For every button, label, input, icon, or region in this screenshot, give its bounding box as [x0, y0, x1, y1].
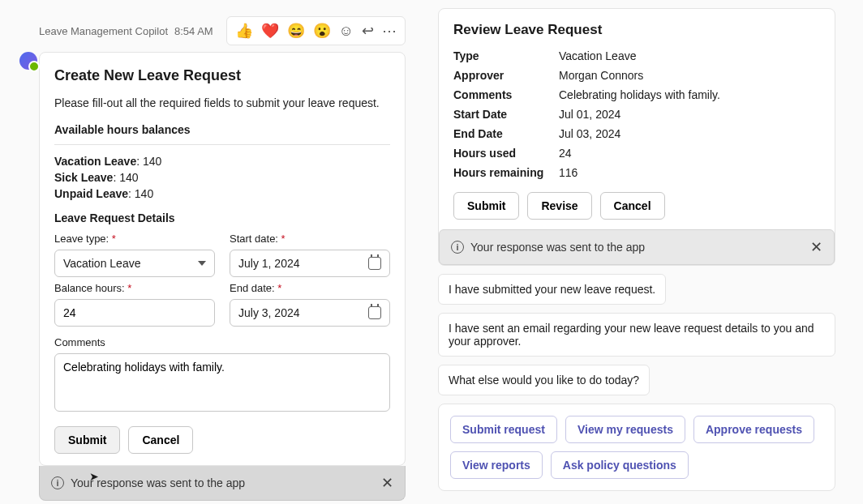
unpaid-balance-label: Unpaid Leave: [54, 187, 128, 200]
vacation-balance-value: : 140: [136, 155, 161, 168]
review-details: TypeVacation Leave ApproverMorgan Connor…: [453, 49, 820, 179]
end-date-value: July 3, 2024: [238, 306, 300, 319]
approver-key: Approver: [453, 69, 559, 82]
divider: [54, 144, 390, 145]
suggestion-view-reports[interactable]: View reports: [450, 451, 543, 479]
leave-type-label: Leave type:: [54, 233, 109, 245]
leave-type-value: Vacation Leave: [63, 257, 140, 270]
end-value: Jul 03, 2024: [559, 127, 820, 140]
end-date-input[interactable]: July 3, 2024: [230, 299, 390, 327]
review-revise-button[interactable]: Revise: [527, 192, 591, 220]
sick-balance-value: : 140: [113, 171, 138, 184]
start-value: Jul 01, 2024: [559, 108, 820, 121]
bot-avatar-icon: [19, 52, 37, 70]
card-title: Create New Leave Request: [54, 67, 390, 84]
used-value: 24: [559, 147, 820, 160]
chevron-down-icon: [198, 261, 206, 266]
review-leave-card: Review Leave Request TypeVacation Leave …: [438, 8, 835, 266]
suggestion-submit-request[interactable]: Submit request: [450, 416, 557, 443]
more-icon[interactable]: ⋯: [382, 22, 397, 40]
review-buttons: Submit Revise Cancel: [453, 192, 820, 220]
balance-hours-label: Balance hours:: [54, 282, 125, 294]
balance-hours-input[interactable]: [54, 299, 215, 327]
calendar-icon: [368, 306, 381, 319]
sent-time: 8:54 AM: [174, 25, 213, 37]
review-cancel-button[interactable]: Cancel: [600, 192, 665, 220]
end-date-label: End date:: [230, 282, 275, 294]
required-marker: *: [112, 233, 116, 245]
suggested-actions: Submit request View my requests Approve …: [438, 404, 835, 491]
start-date-value: July 1, 2024: [238, 257, 300, 270]
sender-name: Leave Management Copilot: [39, 25, 168, 37]
close-icon[interactable]: ✕: [381, 474, 393, 492]
required-marker: *: [127, 282, 131, 294]
comments-key: Comments: [453, 88, 559, 101]
comments-label: Comments: [54, 336, 390, 348]
close-icon[interactable]: ✕: [810, 238, 822, 256]
start-date-label: Start date:: [230, 233, 278, 245]
suggestion-ask-policy[interactable]: Ask policy questions: [551, 451, 689, 479]
form-buttons: Submit Cancel: [54, 426, 390, 454]
sender-line: Leave Management Copilot 8:54 AM: [39, 25, 213, 37]
mouse-cursor-icon: ➤: [89, 470, 99, 483]
reply-icon[interactable]: ↩: [362, 22, 374, 40]
end-key: End Date: [453, 127, 559, 140]
bot-avatar: [19, 52, 37, 70]
balances-list: Vacation Leave: 140 Sick Leave: 140 Unpa…: [54, 155, 390, 200]
right-panel: Review Leave Request TypeVacation Leave …: [438, 8, 835, 496]
review-submit-button[interactable]: Submit: [453, 192, 519, 220]
balances-title: Available hours balances: [54, 123, 390, 136]
suggestion-approve-requests[interactable]: Approve requests: [693, 416, 814, 443]
start-date-input[interactable]: July 1, 2024: [230, 250, 390, 277]
type-value: Vacation Leave: [559, 49, 820, 62]
left-panel: Leave Management Copilot 8:54 AM 👍 ❤️ 😄 …: [8, 8, 406, 496]
remain-key: Hours remaining: [453, 166, 559, 179]
form-row-1: Leave type: * Vacation Leave Start date:…: [54, 233, 390, 277]
leave-type-select[interactable]: Vacation Leave: [54, 250, 215, 277]
comments-input[interactable]: [54, 353, 390, 412]
review-toast-text: Your response was sent to the app: [470, 241, 645, 254]
bot-message: What else would you like to do today?: [438, 365, 650, 395]
comments-field: Comments: [54, 336, 390, 415]
bot-message: I have submitted your new leave request.: [438, 274, 666, 305]
cancel-button[interactable]: Cancel: [128, 426, 193, 454]
suggestion-view-requests[interactable]: View my requests: [565, 416, 685, 443]
reaction-laugh-icon[interactable]: 😄: [287, 22, 305, 40]
end-date-field: End date: * July 3, 2024: [230, 282, 390, 327]
approver-value: Morgan Connors: [559, 69, 820, 82]
unpaid-balance-value: : 140: [128, 187, 153, 200]
vacation-balance-label: Vacation Leave: [54, 155, 136, 168]
start-key: Start Date: [453, 108, 559, 121]
start-date-field: Start date: * July 1, 2024: [230, 233, 390, 277]
submit-button[interactable]: Submit: [54, 426, 120, 454]
required-marker: *: [277, 282, 281, 294]
calendar-icon: [368, 257, 381, 270]
comments-value: Celebrating holidays with family.: [559, 88, 820, 101]
remain-value: 116: [559, 166, 820, 179]
message-header: Leave Management Copilot 8:54 AM 👍 ❤️ 😄 …: [39, 16, 406, 45]
required-marker: *: [281, 233, 286, 245]
reaction-add-icon[interactable]: ☺: [339, 23, 354, 40]
used-key: Hours used: [453, 147, 559, 160]
sick-balance-label: Sick Leave: [54, 171, 113, 184]
reaction-surprised-icon[interactable]: 😮: [313, 22, 331, 40]
type-key: Type: [453, 49, 559, 62]
card-description: Please fill-out all the required fields …: [54, 96, 390, 112]
reactions-bar: 👍 ❤️ 😄 😮 ☺ ↩ ⋯: [226, 16, 406, 45]
info-icon: i: [451, 241, 464, 254]
create-leave-card: Create New Leave Request Please fill-out…: [39, 52, 406, 466]
bot-message: I have sent an email regarding your new …: [438, 313, 835, 357]
form-row-2: Balance hours: * End date: * July 3, 202…: [54, 282, 390, 327]
balance-hours-field: Balance hours: *: [54, 282, 215, 327]
details-title: Leave Request Details: [54, 211, 390, 224]
info-icon: i: [51, 476, 64, 489]
leave-type-field: Leave type: * Vacation Leave: [54, 233, 215, 277]
review-title: Review Leave Request: [453, 22, 820, 38]
reaction-heart-icon[interactable]: ❤️: [261, 22, 279, 40]
reaction-thumbs-up-icon[interactable]: 👍: [235, 22, 253, 40]
review-toast: i Your response was sent to the app ✕: [439, 229, 835, 265]
